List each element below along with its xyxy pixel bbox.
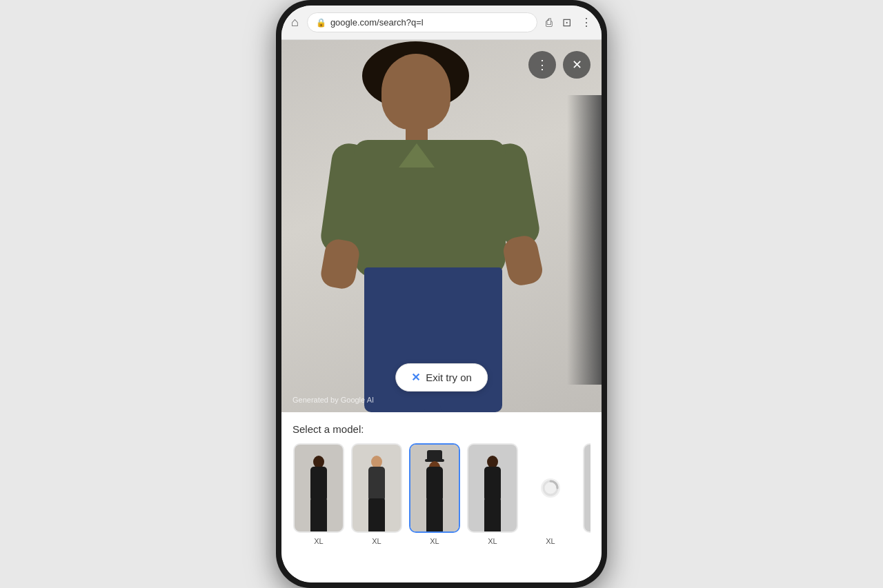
model-torso <box>354 140 506 278</box>
model-background: ⋮ ✕ Generated by Google AI ✕ Exit try on <box>281 40 602 412</box>
model-select-section: Select a model: <box>281 412 602 582</box>
model-size-4: XL <box>488 537 497 545</box>
model-thumb-4[interactable] <box>467 443 518 533</box>
model-thumb-6[interactable] <box>583 443 591 533</box>
browser-chrome: ⌂ 🔒 google.com/search?q=l ⎙ ⊡ ⋮ <box>281 6 602 40</box>
model-size-5: XL <box>546 537 555 545</box>
list-item: XL <box>292 443 345 545</box>
menu-icon[interactable]: ⋮ <box>581 16 592 29</box>
phone-frame: ⌂ 🔒 google.com/search?q=l ⎙ ⊡ ⋮ <box>276 0 607 588</box>
more-options-button[interactable]: ⋮ <box>528 51 556 79</box>
model-head <box>381 54 450 130</box>
model-thumbnails-container: XL XL <box>292 443 591 554</box>
exit-x-icon: ✕ <box>411 371 420 384</box>
partial-figure <box>567 95 602 385</box>
exit-tryon-label: Exit try on <box>426 372 472 383</box>
exit-tryon-button[interactable]: ✕ Exit try on <box>395 363 488 392</box>
list-item: XXL <box>582 443 591 545</box>
url-text: google.com/search?q=l <box>330 17 424 28</box>
ai-watermark: Generated by Google AI <box>292 396 374 404</box>
list-item: XL <box>524 443 577 545</box>
loading-spinner <box>541 478 560 498</box>
home-icon[interactable]: ⌂ <box>291 15 299 30</box>
list-item: XL <box>350 443 403 545</box>
model-thumb-1[interactable] <box>293 443 344 533</box>
model-forearm-right <box>501 234 544 288</box>
list-item: XL <box>408 443 461 545</box>
model-thumb-2[interactable] <box>351 443 402 533</box>
tab-icon[interactable]: ⊡ <box>562 16 571 29</box>
lock-icon: 🔒 <box>316 18 326 28</box>
model-size-1: XL <box>314 537 323 545</box>
phone-screen: ⌂ 🔒 google.com/search?q=l ⎙ ⊡ ⋮ <box>281 6 602 582</box>
close-tryon-button[interactable]: ✕ <box>563 51 591 79</box>
overlay-buttons: ⋮ ✕ <box>528 51 591 79</box>
list-item: XL <box>466 443 519 545</box>
main-content: ⋮ ✕ Generated by Google AI ✕ Exit try on <box>281 40 602 582</box>
share-icon[interactable]: ⎙ <box>546 17 553 29</box>
model-figure <box>312 54 547 412</box>
browser-action-buttons: ⎙ ⊡ ⋮ <box>546 16 592 29</box>
model-select-label: Select a model: <box>292 423 591 435</box>
model-thumb-5[interactable] <box>525 443 576 533</box>
model-thumb-3[interactable] <box>409 443 460 533</box>
model-size-3: XL <box>430 537 439 545</box>
model-image-area: ⋮ ✕ Generated by Google AI ✕ Exit try on <box>281 40 602 412</box>
model-size-2: XL <box>372 537 381 545</box>
address-bar[interactable]: 🔒 google.com/search?q=l <box>307 12 537 32</box>
